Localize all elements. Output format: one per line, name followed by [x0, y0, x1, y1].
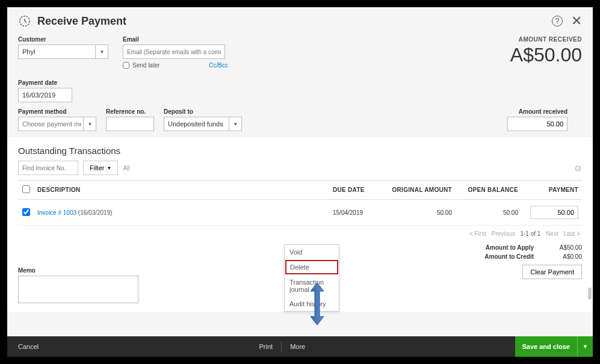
reference-label: Reference no.	[106, 108, 154, 115]
col-description: DESCRIPTION	[34, 180, 329, 200]
amount-to-credit-value: A$0.00	[534, 253, 582, 260]
outstanding-panel: Outstanding Transactions Filter ▼ All ⚙ …	[7, 137, 593, 312]
filter-all-label: All	[123, 165, 129, 171]
row-open-balance: 50.00	[456, 200, 522, 226]
deposit-label: Deposit to	[164, 108, 242, 115]
deposit-select[interactable]	[164, 117, 242, 131]
table-row: Invoice # 1003 (16/03/2019) 15/04/2019 5…	[18, 200, 582, 226]
payment-clock-icon	[18, 14, 31, 28]
menu-audit-history[interactable]: Audit history	[285, 297, 339, 311]
footer: Cancel Print More Save and close ▼	[7, 336, 593, 357]
invoice-date: (16/03/2019)	[78, 209, 113, 216]
help-icon[interactable]: ?	[552, 16, 563, 26]
col-original-amount: ORIGINAL AMOUNT	[383, 180, 456, 200]
gear-icon[interactable]: ⚙	[574, 164, 582, 173]
chevron-down-icon: ▼	[107, 165, 111, 171]
amount-received-input[interactable]	[507, 117, 568, 131]
pager-range: 1-1 of 1	[520, 230, 540, 237]
ccbcc-link[interactable]: Cc/Bcc	[209, 62, 228, 69]
amount-received-value: A$50.00	[510, 44, 582, 66]
col-due-date: DUE DATE	[329, 180, 383, 200]
pager: < First Previous 1-1 of 1 Next Last >	[18, 226, 582, 239]
find-invoice-input[interactable]	[18, 161, 78, 175]
email-input[interactable]	[123, 45, 225, 59]
row-due-date: 15/04/2019	[329, 200, 383, 226]
scrollbar[interactable]	[588, 288, 592, 300]
payment-date-label: Payment date	[18, 79, 568, 86]
select-all-checkbox[interactable]	[22, 185, 30, 193]
amount-to-credit-label: Amount to Credit	[462, 253, 534, 260]
send-later-checkbox[interactable]	[123, 62, 129, 69]
chevron-down-icon: ▼	[583, 344, 588, 350]
row-original-amount: 50.00	[383, 200, 456, 226]
pager-next[interactable]: Next	[546, 230, 558, 237]
cancel-button[interactable]: Cancel	[7, 343, 49, 350]
outstanding-title: Outstanding Transactions	[18, 146, 582, 156]
col-open-balance: OPEN BALANCE	[456, 180, 522, 200]
customer-label: Customer	[18, 36, 108, 43]
header: Receive Payment ? ✕	[7, 7, 593, 34]
invoice-link[interactable]: Invoice # 1003	[37, 209, 76, 216]
menu-delete[interactable]: Delete	[285, 260, 338, 274]
page-title: Receive Payment	[37, 15, 552, 28]
receive-payment-window: Receive Payment ? ✕ Customer ▼ Email Sen…	[5, 5, 595, 359]
menu-transaction-journal[interactable]: Transaction journal	[285, 275, 339, 297]
row-payment-input[interactable]	[530, 206, 578, 219]
pager-first[interactable]: < First	[469, 230, 486, 237]
amount-to-apply-value: A$50.00	[534, 244, 582, 251]
amount-received-field-label: Amount received	[507, 108, 568, 115]
payment-method-select[interactable]	[18, 117, 96, 131]
clear-payment-button[interactable]: Clear Payment	[522, 265, 582, 279]
email-label: Email	[123, 36, 228, 43]
reference-input[interactable]	[106, 117, 154, 131]
save-and-close-button[interactable]: Save and close	[515, 336, 578, 357]
filter-button[interactable]: Filter ▼	[83, 161, 118, 175]
save-dropdown-caret[interactable]: ▼	[577, 336, 593, 357]
payment-date-input[interactable]	[18, 88, 72, 102]
customer-select[interactable]	[18, 45, 108, 59]
more-button[interactable]: More	[282, 342, 314, 351]
amount-to-apply-label: Amount to Apply	[462, 244, 534, 251]
print-button[interactable]: Print	[251, 342, 282, 351]
payment-method-label: Payment method	[18, 108, 96, 115]
amount-received-heading: AMOUNT RECEIVED	[510, 36, 582, 43]
pager-prev[interactable]: Previous	[492, 230, 515, 237]
memo-textarea[interactable]	[18, 276, 138, 303]
close-icon[interactable]: ✕	[571, 13, 582, 29]
send-later-label: Send later	[132, 62, 160, 69]
menu-void[interactable]: Void	[285, 245, 339, 259]
more-menu: Void Delete Transaction journal Audit hi…	[284, 244, 339, 312]
col-payment: PAYMENT	[522, 180, 582, 200]
pager-last[interactable]: Last >	[563, 230, 580, 237]
memo-label: Memo	[18, 267, 138, 274]
row-checkbox[interactable]	[22, 208, 30, 216]
transactions-table: DESCRIPTION DUE DATE ORIGINAL AMOUNT OPE…	[18, 180, 582, 226]
